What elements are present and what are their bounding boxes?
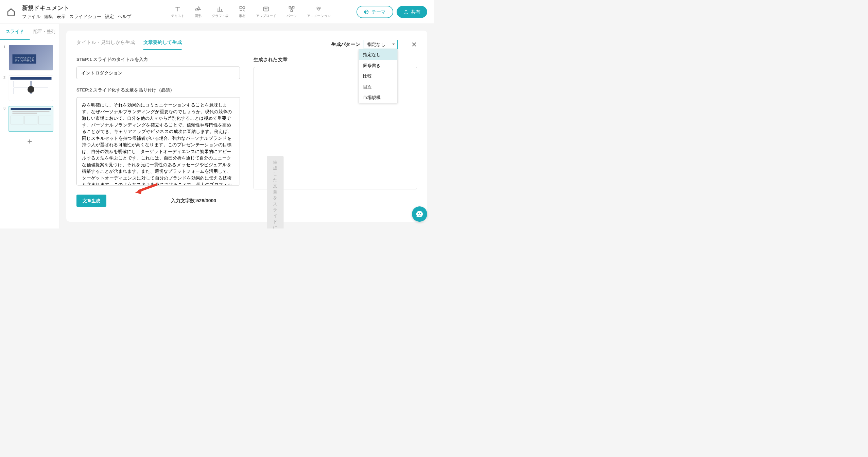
thumb-row: 3 (3, 106, 56, 132)
document-title[interactable]: 新規ドキュメント (22, 4, 132, 12)
thumb-row: 1 パーソナルブランディングの作り方 (3, 45, 56, 70)
svg-point-12 (365, 11, 366, 12)
main-area: スライド 配置・整列 1 パーソナルブランディングの作り方 2 (0, 24, 434, 228)
svg-rect-5 (289, 6, 291, 8)
svg-point-15 (418, 213, 419, 214)
generate-button[interactable]: 文章生成 (76, 195, 106, 207)
svg-point-2 (243, 6, 245, 9)
share-icon (403, 9, 409, 14)
tool-assets[interactable]: 素材 (239, 6, 246, 18)
doc-section: 新規ドキュメント ファイル 編集 表示 スライドショー 設定 ヘルプ (22, 4, 132, 20)
panel-header: タイトル・見出しから生成 文章要約して生成 生成パターン 指定なし 指定なし 箇… (76, 39, 417, 50)
svg-point-16 (420, 213, 421, 214)
menu-help[interactable]: ヘルプ (118, 14, 132, 20)
add-slide-button[interactable]: + (3, 137, 56, 146)
svg-point-4 (265, 8, 265, 9)
thumb-row: 2 (3, 75, 56, 101)
theme-button[interactable]: テーマ (357, 6, 393, 18)
sidebar: スライド 配置・整列 1 パーソナルブランディングの作り方 2 (0, 24, 59, 228)
top-bar: 新規ドキュメント ファイル 編集 表示 スライドショー 設定 ヘルプ テキスト … (0, 0, 434, 24)
pattern-option[interactable]: 比較 (359, 71, 398, 82)
pattern-area: 生成パターン 指定なし 指定なし 箇条書き 比較 目次 市場規模 ✕ (331, 40, 417, 49)
sidebar-tab-slide[interactable]: スライド (0, 24, 30, 40)
svg-point-14 (365, 12, 366, 13)
menu-file[interactable]: ファイル (22, 14, 40, 20)
tool-chart[interactable]: グラフ・表 (212, 6, 229, 18)
svg-point-8 (317, 8, 320, 10)
share-button[interactable]: 共有 (397, 6, 427, 18)
step2-label: STEP:2 スライド化する文章を貼り付け（必須） (76, 87, 240, 93)
slide-thumbnails: 1 パーソナルブランディングの作り方 2 (0, 40, 59, 151)
chat-button[interactable] (412, 206, 427, 222)
tool-upload[interactable]: アップロード (256, 6, 276, 18)
svg-rect-6 (292, 6, 294, 8)
svg-point-11 (364, 10, 368, 14)
pattern-label: 生成パターン (331, 41, 361, 48)
svg-point-9 (317, 7, 318, 9)
svg-point-13 (367, 11, 367, 12)
char-count: 入力文字数:526/3000 (171, 198, 216, 204)
palette-icon (364, 9, 369, 14)
content-area: タイトル・見出しから生成 文章要約して生成 生成パターン 指定なし 指定なし 箇… (59, 24, 434, 228)
thumb-number: 1 (3, 45, 6, 49)
thumb-number: 3 (3, 106, 6, 111)
menu-settings[interactable]: 設定 (105, 14, 114, 20)
pattern-select[interactable]: 指定なし 指定なし 箇条書き 比較 目次 市場規模 (364, 40, 398, 49)
svg-point-10 (319, 7, 321, 9)
slide-title-input[interactable] (76, 67, 240, 80)
menu-view[interactable]: 表示 (57, 14, 66, 20)
content-textarea[interactable] (76, 97, 240, 186)
toolbar: テキスト 図形 グラフ・表 素材 アップロード パーツ アニメーション (145, 6, 357, 18)
svg-rect-1 (240, 6, 242, 9)
thumb-number: 2 (3, 75, 6, 80)
pattern-option[interactable]: 目次 (359, 81, 398, 92)
menu-slideshow[interactable]: スライドショー (69, 14, 101, 20)
home-icon[interactable] (7, 7, 15, 16)
gen-tab-title[interactable]: タイトル・見出しから生成 (76, 39, 135, 50)
tool-parts[interactable]: パーツ (287, 6, 297, 18)
menu-bar: ファイル 編集 表示 スライドショー 設定 ヘルプ (22, 14, 132, 20)
pattern-option[interactable]: 市場規模 (359, 92, 398, 103)
pattern-dropdown: 指定なし 箇条書き 比較 目次 市場規模 (359, 49, 398, 103)
generation-panel: タイトル・見出しから生成 文章要約して生成 生成パターン 指定なし 指定なし 箇… (66, 31, 427, 222)
bottom-row: 文章生成 入力文字数:526/3000 生成した文章をスライドに反映 (76, 195, 240, 207)
svg-rect-7 (291, 10, 292, 12)
tool-animation[interactable]: アニメーション (307, 6, 331, 18)
slide-thumb-2[interactable] (9, 75, 53, 101)
slide-thumb-1[interactable]: パーソナルブランディングの作り方 (9, 45, 53, 70)
apply-button: 生成した文章をスライドに反映 (267, 156, 284, 228)
input-column: STEP:1 スライドのタイトルを入力 STEP:2 スライド化する文章を貼り付… (76, 56, 240, 207)
sidebar-tabs: スライド 配置・整列 (0, 24, 59, 40)
tool-text[interactable]: テキスト (171, 6, 185, 18)
step1-label: STEP:1 スライドのタイトルを入力 (76, 56, 240, 63)
menu-edit[interactable]: 編集 (44, 14, 53, 20)
close-icon[interactable]: ✕ (411, 40, 417, 48)
pattern-selected-value[interactable]: 指定なし (364, 40, 398, 49)
right-actions: テーマ 共有 (357, 6, 427, 18)
chat-icon (416, 210, 423, 218)
pattern-option[interactable]: 指定なし (359, 49, 398, 60)
slide-thumb-3[interactable] (9, 106, 53, 132)
tool-shape[interactable]: 図形 (195, 6, 202, 18)
pattern-option[interactable]: 箇条書き (359, 60, 398, 71)
generation-tabs: タイトル・見出しから生成 文章要約して生成 (76, 39, 182, 50)
gen-tab-summary[interactable]: 文章要約して生成 (143, 39, 182, 50)
sidebar-tab-arrange[interactable]: 配置・整列 (30, 24, 59, 40)
